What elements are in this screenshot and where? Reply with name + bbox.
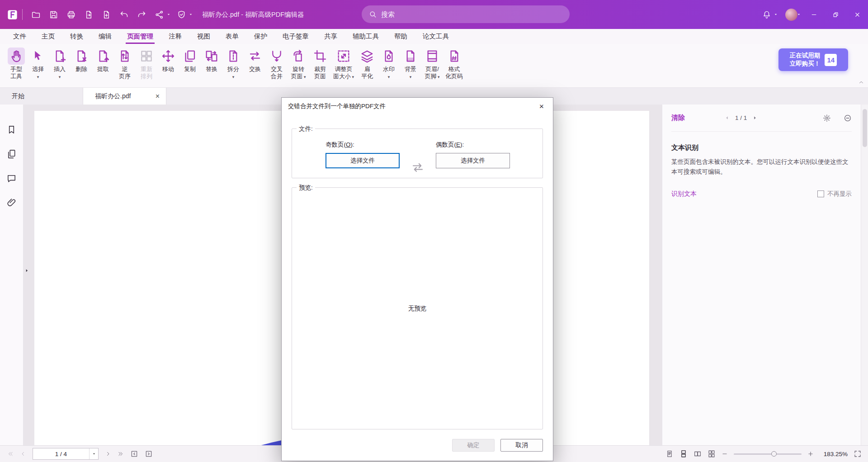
dismiss-checkbox[interactable]	[817, 191, 824, 197]
ribbon-tool-replace-pages[interactable]: 替换	[201, 47, 222, 74]
choose-odd-file-button[interactable]: 选择文件	[326, 153, 400, 168]
menu-item-6[interactable]: 注释	[161, 29, 189, 44]
menu-item-13[interactable]: 帮助	[387, 29, 415, 44]
tab-start[interactable]: 开始	[0, 88, 83, 105]
next-page-icon[interactable]	[105, 451, 111, 457]
print-icon[interactable]	[66, 10, 76, 19]
dialog-close-button[interactable]: ✕	[530, 98, 553, 115]
sidebar-bookmarks-icon[interactable]	[6, 124, 17, 135]
facing-continuous-view-icon[interactable]	[708, 450, 716, 458]
zoom-in-icon[interactable]	[807, 451, 814, 457]
sidebar-attachments-icon[interactable]	[6, 198, 17, 208]
ribbon-tool-watermark[interactable]: 水印▾	[378, 47, 400, 81]
single-page-view-icon[interactable]	[665, 450, 674, 458]
ribbon-tool-label: 手型工具	[10, 66, 22, 80]
rearrange-icon	[139, 49, 154, 63]
dialog-footer: 确定 取消	[282, 429, 553, 461]
choose-even-file-button[interactable]: 选择文件	[436, 153, 510, 168]
menu-item-14[interactable]: 论文工具	[415, 29, 457, 44]
page-dropdown[interactable]	[89, 448, 98, 459]
ribbon-tool-background[interactable]: 背景▾	[400, 47, 421, 81]
menu-item-5[interactable]: 页面管理	[119, 29, 161, 44]
zoom-slider-thumb[interactable]	[771, 451, 777, 457]
ribbon-tool-hand-tool[interactable]: 手型工具	[5, 47, 27, 81]
panel-settings-icon[interactable]	[823, 114, 831, 122]
ribbon-tool-interleave-merge[interactable]: 交叉合并	[266, 47, 288, 81]
last-page-icon[interactable]	[118, 451, 124, 457]
next-view-icon[interactable]	[145, 450, 153, 458]
expand-panel-handle[interactable]	[24, 264, 30, 277]
menu-item-1[interactable]: 文件	[5, 29, 34, 44]
zoom-slider[interactable]	[734, 451, 802, 457]
avatar[interactable]	[785, 9, 797, 21]
tab-close-icon[interactable]: ×	[144, 93, 160, 100]
protect-icon[interactable]	[177, 10, 186, 19]
cancel-button[interactable]: 取消	[500, 439, 543, 452]
menu-item-3[interactable]: 转换	[62, 29, 91, 44]
ribbon-tool-reverse-page-order[interactable]: 逆页序	[114, 47, 136, 81]
continuous-view-icon[interactable]	[679, 450, 688, 458]
zoom-level[interactable]: 183.25%	[820, 451, 848, 457]
previous-view-icon[interactable]	[130, 450, 138, 458]
dismiss-option[interactable]: 不再显示	[817, 190, 852, 198]
menu-item-9[interactable]: 保护	[246, 29, 275, 44]
tab-document[interactable]: 福昕办公.pdf×	[83, 88, 166, 105]
vertical-scrollbar[interactable]	[861, 105, 868, 445]
ribbon-tool-flatten[interactable]: 扁平化	[356, 47, 378, 81]
ribbon-tool-duplicate-pages[interactable]: 复制	[179, 47, 201, 74]
collapse-ribbon-icon[interactable]	[858, 79, 864, 86]
share-icon[interactable]	[155, 10, 164, 19]
trial-purchase-button[interactable]: 正在试用期 立即购买！ 14	[778, 48, 848, 71]
menu-item-4[interactable]: 编辑	[91, 29, 119, 44]
foxit-logo[interactable]	[6, 9, 19, 21]
ribbon-tool-crop-pages[interactable]: 裁剪页面	[309, 47, 331, 81]
avatar-caret-icon[interactable]	[797, 12, 801, 17]
restore-button[interactable]	[825, 0, 846, 29]
ribbon-tool-delete-pages[interactable]: 删除	[71, 47, 92, 74]
trial-line1: 正在试用期	[790, 52, 821, 60]
page-number-box[interactable]: 1 / 4	[33, 448, 99, 460]
zoom-out-icon[interactable]	[722, 451, 728, 457]
ribbon-tool-extract-pages[interactable]: 提取	[92, 47, 114, 74]
facing-view-icon[interactable]	[693, 450, 702, 458]
even-pages-label: 偶数页(E):	[436, 141, 510, 149]
ribbon-tool-select-tool[interactable]: 选择▾	[27, 47, 49, 81]
menu-item-7[interactable]: 视图	[189, 29, 218, 44]
ribbon-tool-split-document[interactable]: 拆分▾	[222, 47, 244, 81]
menu-item-2[interactable]: 主页	[34, 29, 62, 44]
ribbon-tool-rotate-pages[interactable]: 旋转页面 ▾	[288, 47, 309, 81]
ribbon-tool-header-footer[interactable]: 页眉/页脚 ▾	[421, 47, 443, 81]
fullscreen-icon[interactable]	[854, 450, 862, 458]
export-pdf-icon[interactable]	[84, 10, 94, 19]
undo-icon[interactable]	[119, 10, 129, 19]
scrollbar-thumb[interactable]	[863, 109, 867, 147]
notification-bell-icon[interactable]	[762, 10, 771, 19]
ribbon-tool-swap-pages[interactable]: 交换	[244, 47, 266, 74]
sidebar-pages-icon[interactable]	[6, 149, 17, 159]
create-pdf-icon[interactable]	[102, 10, 111, 19]
search-input[interactable]	[381, 10, 562, 18]
ribbon-tool-resize-pages[interactable]: 调整页面大小 ▾	[331, 47, 356, 81]
save-icon[interactable]	[49, 10, 58, 19]
ribbon-tool-insert-pages[interactable]: 插入▾	[49, 47, 71, 81]
menu-item-10[interactable]: 电子签章	[275, 29, 316, 44]
restore-icon	[832, 11, 839, 18]
menu-item-12[interactable]: 辅助工具	[345, 29, 387, 44]
bell-caret-icon[interactable]	[774, 12, 778, 17]
ribbon-tool-format-page-number[interactable]: 格式化页码	[443, 47, 465, 81]
share-caret-icon[interactable]	[166, 12, 171, 17]
clear-button[interactable]: 清除	[671, 114, 685, 122]
redo-icon[interactable]	[137, 10, 146, 19]
next-result-icon[interactable]	[752, 115, 757, 120]
minimize-button[interactable]	[803, 0, 825, 29]
recognize-text-link[interactable]: 识别文本	[671, 190, 697, 198]
close-button[interactable]	[846, 0, 868, 29]
protect-caret-icon[interactable]	[189, 12, 193, 17]
sidebar-comments-icon[interactable]	[6, 173, 17, 184]
menu-item-11[interactable]: 共享	[316, 29, 345, 44]
panel-collapse-icon[interactable]	[844, 114, 852, 122]
menu-item-8[interactable]: 表单	[218, 29, 246, 44]
search-bar[interactable]	[362, 5, 570, 23]
open-file-icon[interactable]	[31, 10, 41, 19]
ribbon-tool-move-pages[interactable]: 移动	[157, 47, 179, 74]
